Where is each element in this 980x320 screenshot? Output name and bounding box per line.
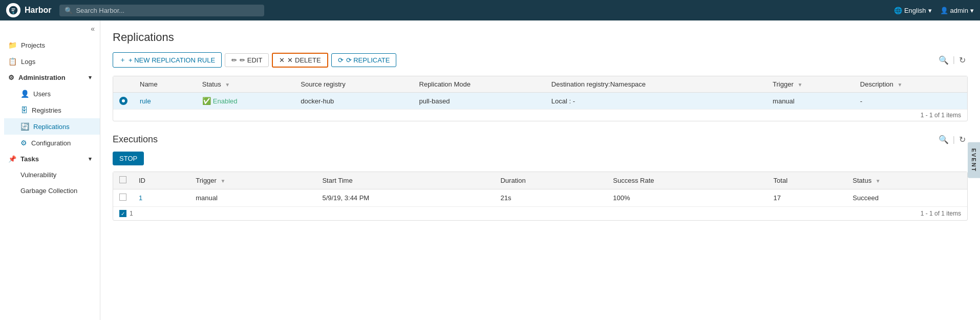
refresh-icon-button[interactable]: ↻ [957,54,968,66]
sidebar-item-administration[interactable]: ⚙ Administration ▾ [0,70,100,86]
sidebar-item-configuration[interactable]: ⚙ Configuration [4,135,100,151]
exec-col-duration: Duration [494,172,607,189]
stop-button[interactable]: STOP [113,152,144,165]
exec-cell-start-time: 5/9/19, 3:44 PM [316,189,494,207]
col-source-registry: Source registry [294,76,413,93]
search-bar[interactable]: 🔍 Search Harbor... [59,5,264,16]
sidebar-item-garbage-collection[interactable]: Garbage Collection [4,183,100,199]
row-select[interactable] [113,93,134,110]
exec-col-status[interactable]: Status ▼ [846,172,967,189]
exec-col-success-rate: Success Rate [607,172,767,189]
exec-col-total: Total [768,172,847,189]
col-description[interactable]: Description ▼ [854,76,967,93]
replications-table-footer: 1 - 1 of 1 items [113,109,967,121]
exec-col-trigger[interactable]: Trigger ▼ [189,172,316,189]
executions-pagination: 1 - 1 of 1 items [921,210,961,217]
sort-icon: ▼ [225,82,230,88]
plus-icon: ＋ [119,55,126,65]
chevron-down-icon: ▾ [89,156,92,162]
administration-icon: ⚙ [8,74,14,81]
sidebar-item-vulnerability[interactable]: Vulnerability [4,167,100,183]
cell-name: rule [134,93,196,110]
search-placeholder: Search Harbor... [76,7,124,14]
logo-circle [6,3,20,17]
sidebar-item-logs[interactable]: 📋 Logs [0,53,100,70]
exec-select-col[interactable] [113,172,133,189]
sidebar-item-projects[interactable]: 📁 Projects [0,37,100,53]
col-trigger[interactable]: Trigger ▼ [766,76,854,93]
table-row[interactable]: rule ✅ Enabled docker-hub pull-based Loc… [113,93,967,110]
executions-table-header: ID Trigger ▼ Start Time Duration [113,172,967,189]
col-status[interactable]: Status ▼ [196,76,294,93]
tasks-submenu: Vulnerability Garbage Collection [0,167,100,199]
executions-search-icon-button[interactable]: 🔍 [936,134,951,145]
stop-button-container: STOP [113,152,968,165]
exec-col-start-time: Start Time [316,172,494,189]
col-destination: Destination registry:Namespace [545,76,766,93]
new-replication-rule-button[interactable]: ＋ + NEW REPLICATION RULE [113,52,222,68]
status-enabled: ✅ Enabled [202,97,288,105]
topnav: Harbor 🔍 Search Harbor... 🌐 English ▾ 👤 … [0,0,980,20]
users-icon: 👤 [20,90,29,98]
tasks-icon: 📌 [8,155,16,163]
chevron-down-icon: ▾ [970,7,974,14]
logs-icon: 📋 [8,57,17,66]
replicate-button[interactable]: ⟳ ⟳ REPLICATE [331,53,397,67]
administration-submenu: 👤 Users 🗄 Registries 🔄 Replications ⚙ Co… [0,86,100,151]
executions-table-body: 1 manual 5/9/19, 3:44 PM 21s 100% 17 Suc… [113,189,967,207]
footer-checked-indicator: ✓ [119,210,126,217]
sidebar-label-tasks: Tasks [20,155,39,163]
chevron-down-icon: ▾ [928,7,932,14]
edit-button[interactable]: ✏ ✏ EDIT [225,53,269,67]
exec-row-select[interactable] [113,189,133,207]
sidebar-label-users: Users [33,90,51,98]
chevron-down-icon: ▾ [89,74,92,81]
executions-footer-left: ✓ 1 [119,210,133,217]
table-row[interactable]: 1 manual 5/9/19, 3:44 PM 21s 100% 17 Suc… [113,189,967,207]
sidebar-label-logs: Logs [21,58,35,66]
sidebar-label-configuration: Configuration [31,139,71,147]
sidebar-label-projects: Projects [21,41,45,49]
user-menu[interactable]: 👤 admin ▾ [940,7,974,14]
sidebar-label-registries: Registries [32,106,61,114]
exec-cell-id: 1 [133,189,189,207]
sidebar-item-tasks[interactable]: 📌 Tasks ▾ [0,151,100,167]
row-radio-button[interactable] [119,97,127,105]
execution-id-link[interactable]: 1 [139,194,142,202]
select-all-checkbox[interactable] [119,176,126,183]
app-logo[interactable]: Harbor [6,3,51,17]
layout: « 📁 Projects 📋 Logs ⚙ Administration ▾ 👤… [0,20,980,320]
sort-icon: ▼ [221,178,226,184]
executions-refresh-icon-button[interactable]: ↻ [957,134,968,145]
delete-button[interactable]: ✕ ✕ DELETE [272,53,328,68]
sort-icon: ▼ [897,82,902,88]
projects-icon: 📁 [8,41,17,49]
cell-trigger: manual [766,93,854,110]
sidebar-item-users[interactable]: 👤 Users [4,86,100,102]
sidebar-item-registries[interactable]: 🗄 Registries [4,102,100,118]
language-selector[interactable]: 🌐 English ▾ [894,7,932,14]
check-circle-icon: ✅ [202,97,211,105]
executions-table-container: ID Trigger ▼ Start Time Duration [113,172,968,221]
sidebar-collapse-button[interactable]: « [0,20,100,37]
rule-link[interactable]: rule [140,97,151,105]
sidebar-item-replications[interactable]: 🔄 Replications [4,118,100,135]
main-content: Replications ＋ + NEW REPLICATION RULE ✏ … [100,20,980,320]
row-radio-inner [122,99,125,102]
sidebar: « 📁 Projects 📋 Logs ⚙ Administration ▾ 👤… [0,20,100,320]
replications-table-header: Name Status ▼ Source registry Replicatio… [113,76,967,93]
row-checkbox[interactable] [119,194,126,201]
user-icon: 👤 [940,7,948,14]
user-label: admin [950,7,968,14]
search-icon-button[interactable]: 🔍 [936,54,951,66]
topnav-right: 🌐 English ▾ 👤 admin ▾ [894,7,974,14]
cell-source-registry: docker-hub [294,93,413,110]
sidebar-label-garbage-collection: Garbage Collection [20,187,77,195]
sidebar-label-replications: Replications [33,123,70,131]
event-tab[interactable]: EVENT [968,142,980,178]
executions-section-header: Executions 🔍 | ↻ [113,134,968,145]
language-label: English [904,7,926,14]
exec-cell-duration: 21s [494,189,607,207]
exec-cell-trigger: manual [189,189,316,207]
search-icon: 🔍 [65,7,73,14]
